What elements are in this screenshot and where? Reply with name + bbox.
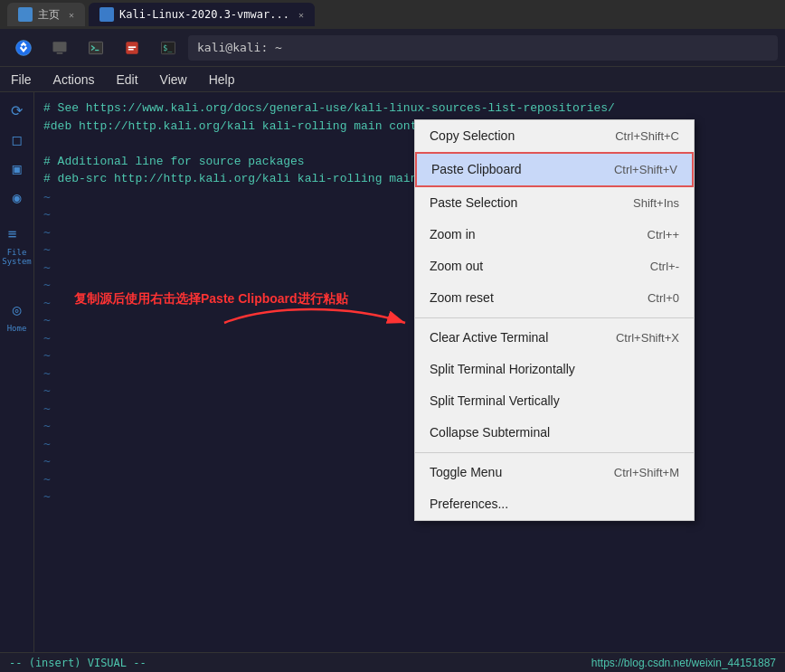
ctx-togglemenu-shortcut: Ctrl+Shift+M xyxy=(614,464,679,482)
address-bar[interactable]: kali@kali: ~ xyxy=(188,35,778,61)
status-bar: -- (insert) VISUAL -- https://blog.csdn.… xyxy=(0,652,785,672)
kali-logo-btn[interactable] xyxy=(7,34,40,62)
kali-tab-icon xyxy=(99,7,114,22)
ctx-sep-1 xyxy=(415,317,694,318)
ctx-copy-label: Copy Selection xyxy=(430,127,515,146)
ctx-paste-sel-label: Paste Selection xyxy=(430,194,517,213)
menu-file[interactable]: File xyxy=(7,71,35,89)
menu-view[interactable]: View xyxy=(156,71,191,89)
ctx-sep-2 xyxy=(415,452,694,453)
ctx-copy-selection[interactable]: Copy Selection Ctrl+Shift+C xyxy=(415,120,694,152)
home-tab-icon xyxy=(18,7,33,22)
svg-rect-3 xyxy=(90,42,103,53)
status-mode: -- (insert) VISUAL -- xyxy=(9,657,147,669)
ctx-togglemenu-label: Toggle Menu xyxy=(430,463,502,482)
toolbar-btn-2[interactable] xyxy=(43,34,76,62)
kali-logo-icon xyxy=(14,39,33,57)
ctx-split-vertical[interactable]: Split Terminal Vertically xyxy=(415,385,694,417)
tab-kali-label: Kali-Linux-2020.3-vmwar... xyxy=(119,8,289,21)
sidebar-icon-1: ⟳ xyxy=(5,99,29,122)
sidebar-fs-icon: ≡ xyxy=(1,222,24,245)
ctx-split-horizontal[interactable]: Split Terminal Horizontally xyxy=(415,354,694,385)
ctx-zoomout-label: Zoom out xyxy=(430,257,483,276)
ctx-splith-label: Split Terminal Horizontally xyxy=(430,360,575,379)
menu-help[interactable]: Help xyxy=(205,71,239,89)
tab-kali[interactable]: Kali-Linux-2020.3-vmwar... ✕ xyxy=(89,3,315,26)
ctx-paste-sel-shortcut: Shift+Ins xyxy=(633,194,679,213)
toolbar-btn-red[interactable] xyxy=(116,34,148,62)
ctx-toggle-menu[interactable]: Toggle Menu Ctrl+Shift+M xyxy=(415,457,694,488)
ctx-paste-clipboard-shortcut: Ctrl+Shift+V xyxy=(614,161,677,179)
sidebar-icon-4: ◉ xyxy=(5,185,29,209)
address-text: kali@kali: ~ xyxy=(197,41,282,54)
sidebar-filesystem: ≡ File System xyxy=(1,219,33,266)
sidebar-icon-2: □ xyxy=(5,128,29,151)
ctx-collapse-label: Collapse Subterminal xyxy=(430,423,550,442)
terminal-icon xyxy=(87,39,105,57)
sidebar-home-icon: ◎ xyxy=(5,298,29,321)
toolbar: $_ kali@kali: ~ xyxy=(0,29,785,67)
svg-rect-7 xyxy=(128,48,134,50)
app-icon-red xyxy=(123,39,141,57)
ctx-zoomout-shortcut: Ctrl+- xyxy=(650,258,679,276)
toolbar-btn-3[interactable] xyxy=(80,34,112,62)
menu-actions[interactable]: Actions xyxy=(50,71,99,89)
ctx-zoom-out[interactable]: Zoom out Ctrl+- xyxy=(415,251,694,282)
ctx-splitv-label: Split Terminal Vertically xyxy=(430,392,560,411)
sidebar: ⟳ □ ▣ ◉ ≡ File System ◎ Home xyxy=(0,92,34,652)
ctx-paste-clipboard[interactable]: Paste Clipboard Ctrl+Shift+V xyxy=(415,152,694,187)
ctx-clear-label: Clear Active Terminal xyxy=(430,328,548,347)
ctx-preferences[interactable]: Preferences... xyxy=(415,488,694,520)
menu-bar: File Actions Edit View Help xyxy=(0,67,785,92)
tab-home-label: 主页 xyxy=(38,7,60,23)
terminal2-icon: $_ xyxy=(159,39,177,57)
svg-rect-1 xyxy=(53,42,67,52)
ctx-clear-shortcut: Ctrl+Shift+X xyxy=(616,329,679,347)
ctx-clear-terminal[interactable]: Clear Active Terminal Ctrl+Shift+X xyxy=(415,322,694,354)
ctx-zoom-in[interactable]: Zoom in Ctrl++ xyxy=(415,219,694,251)
menu-edit[interactable]: Edit xyxy=(112,71,141,89)
ctx-collapse-sub[interactable]: Collapse Subterminal xyxy=(415,417,694,449)
terminal-content: ⟳ □ ▣ ◉ ≡ File System ◎ Home # See https… xyxy=(0,92,785,652)
svg-text:$_: $_ xyxy=(163,43,173,52)
tab-home-close[interactable]: ✕ xyxy=(69,10,74,20)
term-line-1: # See https://www.kali.org/docs/general-… xyxy=(43,99,776,118)
svg-rect-2 xyxy=(57,52,63,54)
monitor-icon xyxy=(51,39,69,57)
tab-home[interactable]: 主页 ✕ xyxy=(7,3,85,26)
ctx-zoom-reset[interactable]: Zoom reset Ctrl+0 xyxy=(415,282,694,314)
tab-kali-close[interactable]: ✕ xyxy=(298,10,304,20)
sidebar-fs-label: File System xyxy=(1,248,33,266)
toolbar-btn-term2[interactable]: $_ xyxy=(152,34,184,62)
ctx-zoomreset-shortcut: Ctrl+0 xyxy=(648,289,679,308)
ctx-paste-clipboard-label: Paste Clipboard xyxy=(431,160,522,179)
browser-chrome: 主页 ✕ Kali-Linux-2020.3-vmwar... ✕ xyxy=(0,0,785,29)
terminal-wrapper: File Actions Edit View Help ⟳ □ ▣ ◉ ≡ Fi… xyxy=(0,67,785,672)
svg-rect-6 xyxy=(128,46,136,48)
sidebar-home: ◎ Home xyxy=(5,295,29,333)
context-menu: Copy Selection Ctrl+Shift+C Paste Clipbo… xyxy=(414,119,695,521)
status-url: https://blog.csdn.net/weixin_44151887 xyxy=(591,657,776,669)
tab-bar: 主页 ✕ Kali-Linux-2020.3-vmwar... ✕ xyxy=(7,0,778,29)
sidebar-icon-3: ▣ xyxy=(5,156,29,180)
ctx-zoomin-shortcut: Ctrl++ xyxy=(648,226,679,244)
ctx-paste-selection[interactable]: Paste Selection Shift+Ins xyxy=(415,187,694,219)
ctx-copy-shortcut: Ctrl+Shift+C xyxy=(615,128,679,146)
ctx-zoomin-label: Zoom in xyxy=(430,225,476,244)
ctx-zoomreset-label: Zoom reset xyxy=(430,289,494,308)
annotation-arrow xyxy=(215,300,423,345)
terminal-main[interactable]: # See https://www.kali.org/docs/general-… xyxy=(34,92,785,652)
sidebar-home-label: Home xyxy=(5,324,29,333)
ctx-prefs-label: Preferences... xyxy=(430,495,508,514)
